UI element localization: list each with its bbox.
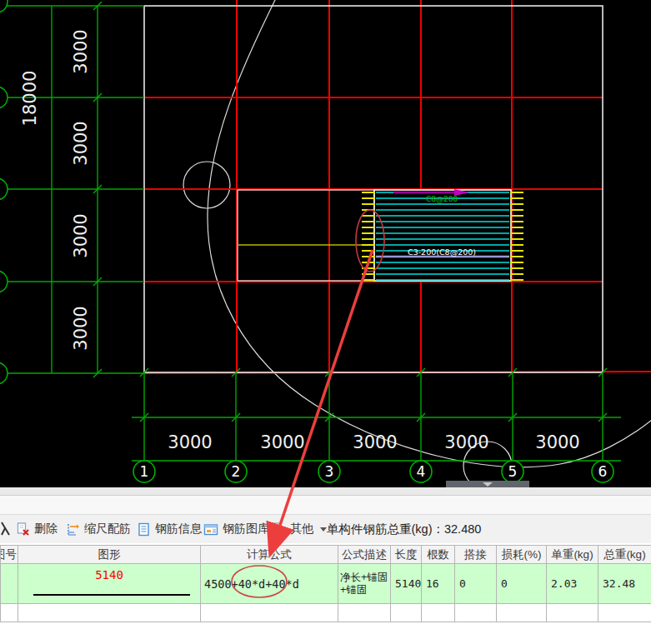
rebar-info-button-label: 钢筋信息 [155,522,202,537]
delete-button-label: 删除 [34,522,58,537]
table-background [0,623,651,644]
rebar-shape-line [33,594,190,596]
cad-drawing-area[interactable]: 3000 3000 3000 3000 18000 [0,0,651,487]
left-grid-bubbles [0,0,8,384]
cell-total-weight[interactable]: 32.48 [598,564,651,604]
grid-number: 2 [232,463,241,480]
grid-number: 4 [417,463,426,480]
scale-rebar-icon [66,522,80,537]
header-loss: 损耗(%) [497,546,547,564]
horizontal-scrollbar-handle[interactable] [446,481,529,487]
rebar-library-button-label: 钢筋图库 [223,522,269,537]
cell-shape[interactable]: 5140 [18,564,201,604]
grid-number: 5 [508,463,518,480]
cell-loss[interactable]: 0 [497,564,547,604]
cell-formula-desc[interactable]: 净长+锚固 +锚固 [338,564,391,604]
grid-number: 3 [325,463,334,480]
cell-lap[interactable]: 0 [455,564,497,604]
rebar-library-icon [203,522,218,537]
dim-total-label: 18000 [20,71,40,127]
grid-number: 1 [140,463,149,480]
rebar-table: 图号 图形 计算公式 公式描述 长度 根数 搭接 损耗(%) 单重(kg) 总重… [0,545,651,622]
dim-label: 3000 [535,432,579,452]
dim-label: 3000 [71,121,91,165]
header-length: 长度 [391,546,422,564]
total-weight-label: 单构件钢筋总重(kg)： [327,522,444,537]
header-shape: 图形 [18,546,201,564]
header-lap: 搭接 [455,546,497,564]
rebar-hatch-block[interactable]: C8@200 C3-200(C8@200) [362,189,523,281]
header-formula-desc: 公式描述 [338,546,391,564]
rebar-library-button[interactable]: 钢筋图库 [201,515,272,543]
dim-label: 3000 [260,432,304,452]
total-weight-value: 32.480 [444,522,481,536]
rebar-software-window: 3000 3000 3000 3000 18000 [0,0,651,644]
cell-diagram-no[interactable] [1,564,18,604]
scale-rebar-button-label: 缩尺配筋 [84,522,131,537]
bottom-dim-ticks [140,368,607,422]
grid-number: 6 [598,463,608,480]
rebar-info-icon [137,522,151,537]
chevron-down-icon [320,527,327,532]
left-dimension-labels: 3000 3000 3000 3000 18000 [20,29,91,350]
header-diagram-no: 图号 [1,546,18,564]
toolbar-spacer-strip [0,496,651,515]
other-menu-button-label: 其他 [290,522,313,537]
red-grid-verticals [237,0,512,372]
delete-page-icon [16,522,30,537]
cell-unit-weight[interactable]: 2.03 [547,564,598,604]
dim-label: 3000 [444,432,488,452]
total-weight-status: 单构件钢筋总重(kg)： 32.480 [327,515,481,543]
cad-canvas: 3000 3000 3000 3000 18000 [0,0,651,487]
rebar-toolbar: 删除 缩尺配筋 钢筋信息 钢筋图库 [0,515,651,543]
construction-circle [183,162,230,208]
cell-formula[interactable]: 4500+40*d+40*d [201,564,338,604]
rebar-table-row-empty[interactable] [1,604,651,622]
dim-label: 3000 [71,29,91,73]
slab-outline [238,190,374,281]
bottom-dimension-labels: 3000 3000 3000 3000 3000 [168,432,579,452]
delete-button[interactable]: 删除 [13,515,60,543]
header-unit-weight: 单重(kg) [547,546,598,564]
panel-splitter[interactable] [0,487,651,496]
other-gear-icon [272,522,286,537]
scale-rebar-button[interactable]: 缩尺配筋 [63,515,133,543]
cell-count[interactable]: 16 [422,564,455,604]
bottom-grid-bubbles [133,461,613,482]
cell-length[interactable]: 5140 [391,564,422,604]
table-header-row: 图号 图形 计算公式 公式描述 长度 根数 搭接 损耗(%) 单重(kg) 总重… [1,546,651,564]
header-total-weight: 总重(kg) [598,546,651,564]
grid-bubble-numbers: 1 2 3 4 5 6 [140,463,608,480]
rebar-table-row-selected[interactable]: 5140 4500+40*d+40*d 净长+锚固 +锚固 5140 16 0 … [1,564,651,604]
shape-length-label: 5140 [18,568,200,582]
rebar-spacing-label: C8@200 [426,195,458,203]
partial-toolbar-icon[interactable] [1,521,11,537]
slab-rebar-label: C3-200(C8@200) [408,247,476,257]
dim-label: 3000 [353,432,397,452]
dim-label: 3000 [71,306,91,350]
header-count: 根数 [422,546,455,564]
dim-label: 3000 [71,213,91,257]
other-menu-button[interactable]: 其他 [269,515,329,543]
rebar-info-button[interactable]: 钢筋信息 [134,515,204,543]
dim-label: 3000 [168,432,212,452]
header-formula: 计算公式 [201,546,338,564]
